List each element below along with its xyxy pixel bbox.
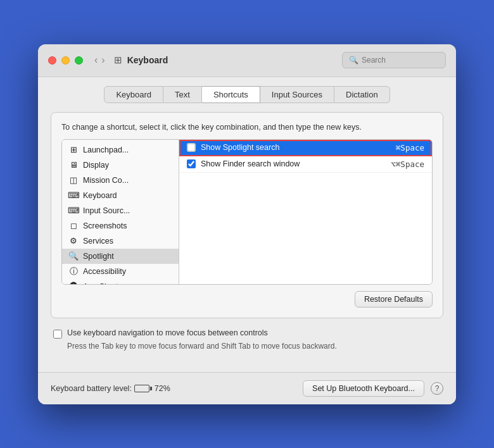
battery-label: Keyboard battery level: bbox=[51, 384, 132, 393]
sidebar-item-screenshots[interactable]: ◻ Screenshots bbox=[62, 218, 179, 233]
screenshots-icon: ◻ bbox=[68, 221, 79, 231]
sidebar-item-label: App Shortc... bbox=[83, 282, 129, 284]
battery-percentage: 72% bbox=[155, 384, 170, 393]
sidebar-item-app-shortcuts[interactable]: 🅐 App Shortc... bbox=[62, 279, 179, 284]
apps-grid-icon[interactable]: ⊞ bbox=[114, 54, 122, 66]
sidebar-item-keyboard[interactable]: ⌨ Keyboard bbox=[62, 188, 179, 203]
tab-shortcuts[interactable]: Shortcuts bbox=[202, 86, 260, 103]
footer-right: Set Up Bluetooth Keyboard... ? bbox=[303, 380, 443, 397]
shortcut-row-spotlight-search[interactable]: Show Spotlight search ⌘Space bbox=[179, 140, 432, 156]
restore-row: Restore Defaults bbox=[61, 291, 433, 308]
content-area: Keyboard Text Shortcuts Input Sources Di… bbox=[38, 77, 456, 363]
tab-input-sources[interactable]: Input Sources bbox=[260, 86, 334, 103]
tabs-bar: Keyboard Text Shortcuts Input Sources Di… bbox=[51, 86, 443, 103]
close-button[interactable] bbox=[48, 56, 56, 65]
services-icon: ⚙ bbox=[68, 236, 79, 246]
sidebar-item-label: Services bbox=[83, 237, 113, 246]
help-button[interactable]: ? bbox=[431, 382, 443, 395]
instruction-text: To change a shortcut, select it, click t… bbox=[61, 123, 433, 132]
tab-text[interactable]: Text bbox=[163, 86, 202, 103]
sidebar-item-label: Accessibility bbox=[83, 267, 126, 276]
shortcuts-pane: Show Spotlight search ⌘Space Show Finder… bbox=[179, 140, 432, 284]
sidebar-item-accessibility[interactable]: ⓘ Accessibility bbox=[62, 264, 179, 279]
restore-defaults-button[interactable]: Restore Defaults bbox=[355, 291, 433, 308]
sidebar-item-launchpad[interactable]: ⊞ Launchpad... bbox=[62, 142, 179, 158]
titlebar: ‹ › ⊞ Keyboard 🔍 bbox=[38, 44, 456, 77]
battery-body bbox=[134, 385, 149, 392]
minimize-button[interactable] bbox=[61, 56, 70, 65]
shortcuts-panel: To change a shortcut, select it, click t… bbox=[51, 112, 443, 318]
fullscreen-button[interactable] bbox=[75, 56, 83, 65]
battery-tip bbox=[150, 387, 152, 390]
app-shortcuts-icon: 🅐 bbox=[68, 282, 79, 284]
accessibility-icon: ⓘ bbox=[68, 266, 79, 277]
nav-checkbox-row: Use keyboard navigation to move focus be… bbox=[53, 328, 441, 339]
nav-arrows: ‹ › bbox=[94, 54, 105, 66]
sidebar-item-label: Screenshots bbox=[83, 221, 127, 230]
tab-keyboard[interactable]: Keyboard bbox=[104, 86, 163, 103]
nav-keyboard-sublabel: Press the Tab key to move focus forward … bbox=[67, 342, 441, 351]
footer: Keyboard battery level: 72% Set Up Bluet… bbox=[38, 372, 456, 404]
nav-keyboard-label: Use keyboard navigation to move focus be… bbox=[67, 328, 268, 337]
sidebar: ⊞ Launchpad... 🖥 Display ◫ Mission Co...… bbox=[62, 140, 179, 284]
nav-keyboard-checkbox[interactable] bbox=[53, 330, 62, 339]
search-input[interactable] bbox=[362, 56, 439, 65]
sidebar-item-label: Mission Co... bbox=[83, 176, 129, 185]
keyboard-preferences-window: ‹ › ⊞ Keyboard 🔍 Keyboard Text Shortcuts… bbox=[38, 44, 456, 404]
shortcut-checkbox-finder[interactable] bbox=[187, 159, 196, 168]
sidebar-item-mission-control[interactable]: ◫ Mission Co... bbox=[62, 173, 179, 188]
sidebar-item-label: Launchpad... bbox=[83, 146, 129, 154]
shortcut-checkbox-spotlight[interactable] bbox=[187, 143, 196, 152]
sidebar-item-spotlight[interactable]: 🔍 Spotlight bbox=[62, 249, 179, 264]
mission-control-icon: ◫ bbox=[68, 175, 79, 185]
tab-dictation[interactable]: Dictation bbox=[334, 86, 390, 103]
battery-icon bbox=[134, 385, 152, 392]
shortcut-label-spotlight: Show Spotlight search bbox=[201, 143, 391, 152]
search-box[interactable]: 🔍 bbox=[342, 52, 446, 68]
sidebar-item-label: Keyboard bbox=[83, 191, 117, 200]
shortcut-key-spotlight: ⌘Space bbox=[396, 143, 424, 152]
search-icon: 🔍 bbox=[349, 56, 358, 65]
input-sources-icon: ⌨ bbox=[68, 206, 79, 216]
setup-bluetooth-button[interactable]: Set Up Bluetooth Keyboard... bbox=[303, 380, 424, 397]
spotlight-icon: 🔍 bbox=[68, 251, 79, 261]
back-arrow[interactable]: ‹ bbox=[94, 54, 98, 66]
shortcut-row-finder-search[interactable]: Show Finder search window ⌥⌘Space bbox=[179, 156, 432, 173]
sidebar-item-label: Input Sourc... bbox=[83, 206, 130, 215]
display-icon: 🖥 bbox=[68, 160, 79, 170]
sidebar-item-display[interactable]: 🖥 Display bbox=[62, 158, 179, 173]
sidebar-item-input-sources[interactable]: ⌨ Input Sourc... bbox=[62, 203, 179, 218]
sidebar-item-label: Spotlight bbox=[83, 252, 114, 261]
shortcut-label-finder: Show Finder search window bbox=[201, 159, 386, 168]
sidebar-item-label: Display bbox=[83, 161, 109, 170]
traffic-lights bbox=[48, 56, 83, 65]
split-view: ⊞ Launchpad... 🖥 Display ◫ Mission Co...… bbox=[61, 139, 433, 285]
window-title: Keyboard bbox=[127, 55, 168, 65]
sidebar-item-services[interactable]: ⚙ Services bbox=[62, 233, 179, 249]
bottom-section: Use keyboard navigation to move focus be… bbox=[51, 328, 443, 351]
keyboard-icon: ⌨ bbox=[68, 190, 79, 201]
launchpad-icon: ⊞ bbox=[68, 145, 79, 155]
shortcut-key-finder: ⌥⌘Space bbox=[391, 159, 424, 169]
forward-arrow[interactable]: › bbox=[101, 54, 104, 66]
